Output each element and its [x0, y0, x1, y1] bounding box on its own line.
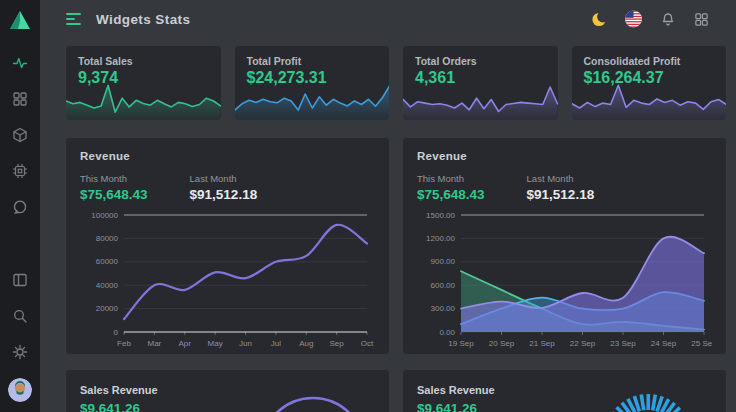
stat-label: Total Profit — [247, 55, 378, 67]
grid-icon[interactable] — [12, 91, 28, 107]
card-value: $9,641.26 — [80, 401, 375, 412]
consolidated-profit-card: Consolidated Profit $16,264.37 — [572, 46, 727, 120]
moon-theme-icon[interactable] — [591, 11, 608, 28]
stat-sub-label: This Month — [417, 173, 485, 184]
top-header: Widgets Stats — [66, 0, 726, 38]
svg-text:23 Sep: 23 Sep — [610, 339, 636, 348]
revenue-stats: This Month $75,648.43 Last Month $91,512… — [417, 173, 712, 202]
stat-sub-value: $91,512.18 — [190, 187, 258, 202]
sales-revenue-row: Sales Revenue $9,641.26 Sales Revenue $9… — [66, 370, 726, 412]
svg-text:1500.00: 1500.00 — [426, 211, 455, 220]
brand-logo[interactable] — [8, 9, 32, 31]
stat-label: Consolidated Profit — [584, 55, 715, 67]
stat-sub-value: $91,512.18 — [527, 187, 595, 202]
svg-text:24 Sep: 24 Sep — [651, 339, 677, 348]
svg-text:Feb: Feb — [117, 339, 131, 348]
menu-toggle-icon[interactable] — [66, 13, 82, 25]
card-title: Revenue — [80, 150, 375, 162]
last-month-stat: Last Month $91,512.18 — [527, 173, 595, 202]
card-title: Sales Revenue — [417, 384, 712, 396]
revenue-stats: This Month $75,648.43 Last Month $91,512… — [80, 173, 375, 202]
cpu-icon[interactable] — [12, 163, 28, 179]
this-month-stat: This Month $75,648.43 — [80, 173, 148, 202]
svg-text:900.00: 900.00 — [431, 257, 456, 266]
svg-text:300.00: 300.00 — [431, 304, 456, 313]
daily-revenue-chart: 0.00300.00600.00900.001200.001500.0019 S… — [417, 208, 712, 350]
svg-text:Aug: Aug — [299, 339, 313, 348]
stat-sub-label: This Month — [80, 173, 148, 184]
total-profit-card: Total Profit $24,273.31 — [235, 46, 390, 120]
settings-gear-icon[interactable] — [12, 344, 28, 360]
stat-label: Total Orders — [415, 55, 546, 67]
svg-text:May: May — [208, 339, 223, 348]
svg-text:1200.00: 1200.00 — [426, 234, 455, 243]
card-value: $9,641.26 — [417, 401, 712, 412]
svg-text:60000: 60000 — [96, 257, 119, 266]
svg-text:0: 0 — [114, 328, 119, 337]
main-area: Widgets Stats — [40, 0, 736, 412]
total-profit-sparkline — [235, 80, 390, 120]
chat-icon[interactable] — [12, 199, 28, 215]
header-actions — [591, 11, 726, 28]
svg-text:Jul: Jul — [271, 339, 281, 348]
svg-text:20 Sep: 20 Sep — [489, 339, 515, 348]
sidebar — [0, 0, 40, 412]
svg-text:Mar: Mar — [147, 339, 161, 348]
bell-icon[interactable] — [659, 11, 676, 28]
svg-text:21 Sep: 21 Sep — [529, 339, 555, 348]
total-sales-card: Total Sales 9,374 — [66, 46, 221, 120]
svg-text:Apr: Apr — [179, 339, 192, 348]
sales-revenue-card-2: Sales Revenue $9,641.26 — [403, 370, 726, 412]
card-title: Revenue — [417, 150, 712, 162]
stat-cards-row: Total Sales 9,374 Total Profit $24,273.3… — [66, 46, 726, 120]
revenue-daily-card: Revenue This Month $75,648.43 Last Month… — [403, 138, 726, 354]
this-month-stat: This Month $75,648.43 — [417, 173, 485, 202]
total-orders-sparkline — [403, 80, 558, 120]
layout-icon[interactable] — [12, 272, 28, 288]
stat-label: Total Sales — [78, 55, 209, 67]
page-title: Widgets Stats — [96, 12, 190, 27]
svg-text:19 Sep: 19 Sep — [448, 339, 474, 348]
total-sales-sparkline — [66, 80, 221, 120]
stat-sub-label: Last Month — [190, 173, 258, 184]
svg-text:20000: 20000 — [96, 304, 119, 313]
svg-text:Sep: Sep — [330, 339, 345, 348]
consolidated-profit-sparkline — [572, 80, 727, 120]
svg-text:0.00: 0.00 — [439, 328, 455, 337]
revenue-cards-row: Revenue This Month $75,648.43 Last Month… — [66, 138, 726, 354]
sales-revenue-card-1: Sales Revenue $9,641.26 — [66, 370, 389, 412]
revenue-monthly-card: Revenue This Month $75,648.43 Last Month… — [66, 138, 389, 354]
last-month-stat: Last Month $91,512.18 — [190, 173, 258, 202]
stat-sub-value: $75,648.43 — [80, 187, 148, 202]
svg-text:22 Sep: 22 Sep — [570, 339, 596, 348]
us-flag-icon[interactable] — [625, 11, 642, 28]
stat-sub-label: Last Month — [527, 173, 595, 184]
total-orders-card: Total Orders 4,361 — [403, 46, 558, 120]
package-icon[interactable] — [12, 127, 28, 143]
svg-text:80000: 80000 — [96, 234, 119, 243]
activity-icon[interactable] — [12, 55, 28, 71]
svg-text:40000: 40000 — [96, 281, 119, 290]
search-icon[interactable] — [12, 308, 28, 324]
svg-text:25 Sep: 25 Sep — [691, 339, 712, 348]
svg-text:100000: 100000 — [91, 211, 118, 220]
stat-sub-value: $75,648.43 — [417, 187, 485, 202]
grid-apps-icon[interactable] — [693, 11, 710, 28]
svg-text:Oct: Oct — [361, 339, 374, 348]
monthly-revenue-chart: 020000400006000080000100000FebMarAprMayJ… — [80, 208, 375, 350]
svg-text:Jun: Jun — [239, 339, 252, 348]
card-title: Sales Revenue — [80, 384, 375, 396]
dashboard-app: Widgets Stats — [0, 0, 736, 412]
svg-text:600.00: 600.00 — [431, 281, 456, 290]
user-avatar[interactable] — [8, 378, 32, 402]
